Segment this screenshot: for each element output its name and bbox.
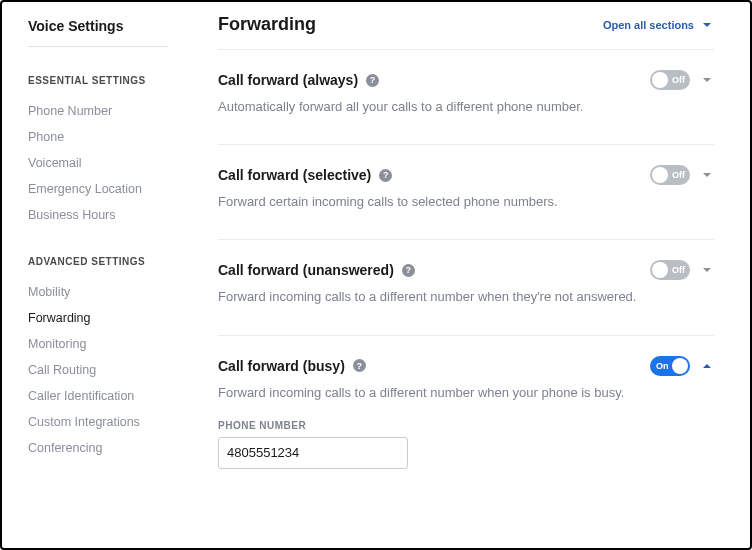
sidebar-item-emergency-location[interactable]: Emergency Location [28,176,182,202]
toggle-label: Off [672,170,685,180]
section-title: Call forward (always) [218,72,358,88]
section-title-wrap: Call forward (busy) ? [218,358,366,374]
toggle-label: On [656,361,669,371]
section-description: Forward incoming calls to a different nu… [218,288,714,306]
open-all-sections-link[interactable]: Open all sections [603,18,714,32]
section-header-row: Call forward (always) ? Off [218,70,714,90]
section-title-wrap: Call forward (always) ? [218,72,379,88]
sidebar-item-voicemail[interactable]: Voicemail [28,150,182,176]
toggle-call-forward-busy[interactable]: On [650,356,690,376]
sidebar-item-mobility[interactable]: Mobility [28,279,182,305]
section-controls: On [650,356,714,376]
section-call-forward-unanswered: Call forward (unanswered) ? Off Forward … [218,240,714,335]
toggle-call-forward-unanswered[interactable]: Off [650,260,690,280]
open-all-label: Open all sections [603,19,694,31]
section-call-forward-busy: Call forward (busy) ? On Forward incomin… [218,336,714,497]
main-content: Forwarding Open all sections Call forwar… [182,2,750,548]
toggle-call-forward-selective[interactable]: Off [650,165,690,185]
section-description: Forward certain incoming calls to select… [218,193,714,211]
section-title: Call forward (unanswered) [218,262,394,278]
section-header-row: Call forward (unanswered) ? Off [218,260,714,280]
sidebar-item-business-hours[interactable]: Business Hours [28,202,182,228]
sidebar-item-caller-identification[interactable]: Caller Identification [28,383,182,409]
chevron-down-icon [700,18,714,32]
sidebar-group-label-essential: ESSENTIAL SETTINGS [28,75,182,86]
section-title-wrap: Call forward (unanswered) ? [218,262,415,278]
toggle-knob [672,358,688,374]
toggle-label: Off [672,265,685,275]
section-header-row: Call forward (busy) ? On [218,356,714,376]
chevron-up-icon[interactable] [700,359,714,373]
chevron-down-icon[interactable] [700,168,714,182]
sidebar-item-call-routing[interactable]: Call Routing [28,357,182,383]
sidebar-divider [28,46,168,47]
section-controls: Off [650,70,714,90]
sidebar-item-forwarding[interactable]: Forwarding [28,305,182,331]
help-icon[interactable]: ? [366,74,379,87]
help-icon[interactable]: ? [353,359,366,372]
sidebar: Voice Settings ESSENTIAL SETTINGS Phone … [2,2,182,548]
toggle-label: Off [672,75,685,85]
chevron-down-icon[interactable] [700,263,714,277]
phone-number-input[interactable] [218,437,408,469]
page-title: Forwarding [218,14,316,35]
sidebar-item-phone-number[interactable]: Phone Number [28,98,182,124]
section-header-row: Call forward (selective) ? Off [218,165,714,185]
sidebar-group-label-advanced: ADVANCED SETTINGS [28,256,182,267]
section-title: Call forward (selective) [218,167,371,183]
section-controls: Off [650,260,714,280]
toggle-knob [652,72,668,88]
help-icon[interactable]: ? [402,264,415,277]
section-call-forward-selective: Call forward (selective) ? Off Forward c… [218,145,714,240]
toggle-knob [652,167,668,183]
sidebar-item-monitoring[interactable]: Monitoring [28,331,182,357]
section-description: Automatically forward all your calls to … [218,98,714,116]
toggle-knob [652,262,668,278]
section-title: Call forward (busy) [218,358,345,374]
section-controls: Off [650,165,714,185]
phone-number-field-label: PHONE NUMBER [218,420,714,431]
sidebar-item-conferencing[interactable]: Conferencing [28,435,182,461]
page-header: Forwarding Open all sections [218,14,714,50]
sidebar-item-custom-integrations[interactable]: Custom Integrations [28,409,182,435]
sidebar-item-phone[interactable]: Phone [28,124,182,150]
section-call-forward-always: Call forward (always) ? Off Automaticall… [218,50,714,145]
sidebar-title: Voice Settings [28,18,182,46]
section-description: Forward incoming calls to a different nu… [218,384,714,402]
app-frame: Voice Settings ESSENTIAL SETTINGS Phone … [0,0,752,550]
help-icon[interactable]: ? [379,169,392,182]
chevron-down-icon[interactable] [700,73,714,87]
toggle-call-forward-always[interactable]: Off [650,70,690,90]
section-title-wrap: Call forward (selective) ? [218,167,392,183]
